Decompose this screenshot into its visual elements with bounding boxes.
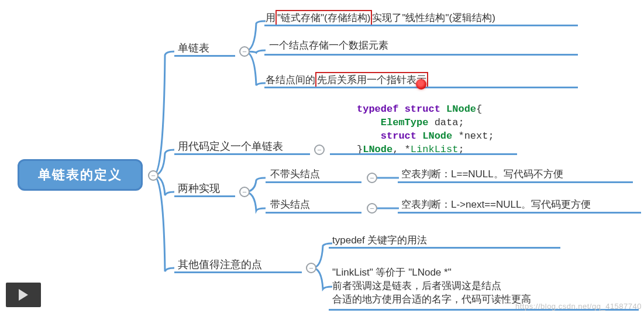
node-with-head[interactable]: 带头结点 [270,198,310,211]
leaf-node-stores-element: 一个结点存储一个数据元素 [269,39,388,52]
leaf-underline [329,247,560,249]
leaf-chain-storage: 用"链式存储"(存储结构)实现了"线性结构"(逻辑结构) [266,10,495,26]
node-singly-linked-list[interactable]: 单链表 [178,41,209,55]
leaf-underline [330,153,517,155]
collapse-toggle-n3[interactable]: − [239,187,250,197]
collapse-toggle-n1[interactable]: − [239,46,250,57]
leaf-underline [398,181,633,183]
collapse-toggle-n3a[interactable]: − [367,173,377,183]
leaf-typedef-usage: typedef 关键字的用法 [332,233,428,247]
collapse-toggle-n3b[interactable]: − [367,203,377,214]
node-define-by-code[interactable]: 用代码定义一个单链表 [178,139,283,153]
leaf-linklist-equiv: "LinkList" 等价于 "LNode *" 前者强调这是链表，后者强调这是… [332,266,531,307]
collapse-toggle-n2[interactable]: − [314,145,325,155]
watermark: https://blog.csdn.net/qq_41587740 [515,302,642,311]
root-collapse-toggle[interactable]: − [148,170,159,181]
node-no-head[interactable]: 不带头结点 [270,167,320,181]
leaf-underline [264,25,578,26]
node-underline [266,212,361,214]
node-underline [174,195,235,197]
code-typedef-struct: typedef struct LNode{ ElemType data; str… [357,103,494,157]
node-underline [174,55,235,57]
node-underline [174,153,310,155]
collapse-toggle-n4[interactable]: − [306,263,316,273]
node-underline [266,181,361,183]
node-two-implementations[interactable]: 两种实现 [178,181,220,195]
leaf-underline [398,212,641,214]
node-other-notes[interactable]: 其他值得注意的点 [178,257,262,271]
mindmap-stage: 单链表的定义 − 单链表 − 用"链式存储"(存储结构)实现了"线性结构"(逻辑… [0,0,644,313]
cursor-pointer-icon [416,79,426,90]
play-icon [19,289,28,301]
root-node[interactable]: 单链表的定义 [18,159,143,191]
root-title: 单链表的定义 [38,166,122,184]
redbox-pointer: 先后关系用一个指针表示 [315,72,428,88]
node-underline [174,271,302,273]
leaf-with-head-text: 空表判断：L->next==NULL。写代码更方便 [401,198,591,211]
redbox-chain-storage: "链式存储"(存储结构) [275,10,372,26]
leaf-pointer-relation: 各结点间的先后关系用一个指针表示 [266,72,428,88]
leaf-no-head-text: 空表判断：L==NULL。写代码不方便 [401,167,563,181]
leaf-underline [264,54,578,56]
play-button[interactable] [6,283,41,307]
